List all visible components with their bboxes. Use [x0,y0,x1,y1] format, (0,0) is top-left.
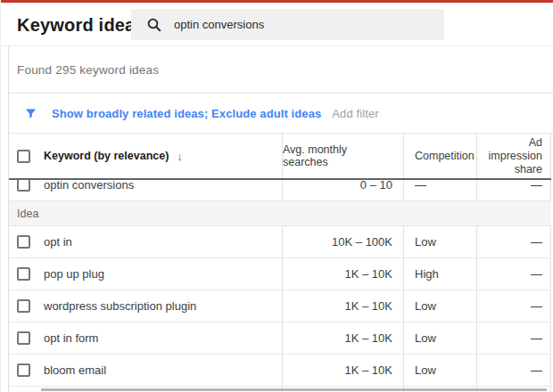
add-filter-button[interactable]: Add filter [332,107,378,120]
competition-cell: Low [404,323,477,354]
ad-share-cell: — [477,290,551,322]
results-count-text: Found 295 keyword ideas [17,63,159,77]
ad-share-cell: — [477,323,551,354]
column-header-keyword[interactable]: Keyword (by relevance) [44,150,169,162]
keyword-cell: wordpress subscription plugin [44,299,196,313]
row-checkbox[interactable] [17,363,30,377]
table-row: bloom email 1K – 10K Low — [8,355,551,387]
table-row: opt in 10K – 100K Low — [8,226,551,258]
table-header-row: Keyword (by relevance) ↓ Avg. monthly se… [8,134,551,180]
idea-section-label: Idea [17,208,38,220]
table-row: optin conversions 0 – 10 — — [8,180,551,200]
column-header-avg-monthly-searches[interactable]: Avg. monthly searches [283,134,404,178]
table-row-partial: optin conversions 0 – 10 — — [8,180,551,201]
keyword-cell: opt in [44,235,72,249]
keyword-cell: optin conversions [44,180,134,192]
keyword-search-input[interactable]: optin conversions [131,9,444,40]
column-header-competition[interactable]: Competition [404,134,477,178]
keyword-planner-panel: Keyword ideas optin conversions Found 29… [0,0,553,392]
avg-searches-cell: 1K – 10K [283,290,404,322]
row-checkbox[interactable] [17,180,30,192]
column-header-ad-impression-share[interactable]: Ad impression share [477,134,551,178]
search-input-value: optin conversions [174,18,264,31]
avg-searches-cell: 1K – 10K [283,355,404,386]
ad-share-cell: — [477,180,551,200]
filter-bar: Show broadly related ideas; Exclude adul… [8,94,553,134]
competition-cell: Low [404,290,477,322]
table-row: opt in form 1K – 10K Low — [8,323,551,355]
competition-cell: High [404,258,477,290]
table-row: wordpress subscription plugin 1K – 10K L… [8,290,551,323]
panel-header: Keyword ideas optin conversions [1,3,553,46]
table-row: pop up plug 1K – 10K High — [8,258,551,290]
search-icon [146,17,162,33]
keyword-cell: bloom email [44,363,106,377]
page-title: Keyword ideas [17,15,145,36]
keyword-cell: pop up plug [44,267,104,281]
results-count-bar: Found 295 keyword ideas [8,46,553,94]
competition-cell: Low [404,355,477,386]
select-all-checkbox[interactable] [17,150,30,163]
avg-searches-cell: 1K – 10K [283,323,404,354]
row-checkbox[interactable] [17,331,30,345]
avg-searches-cell: 1K – 10K [283,258,404,290]
avg-searches-cell: 0 – 10 [283,180,404,200]
header-keyword-cell: Keyword (by relevance) ↓ [8,134,283,178]
active-filters-link[interactable]: Show broadly related ideas; Exclude adul… [52,107,321,120]
horizontal-scrollbar[interactable] [41,388,547,391]
ad-share-cell: — [477,226,551,257]
row-checkbox[interactable] [17,267,30,281]
keyword-ideas-table: Keyword (by relevance) ↓ Avg. monthly se… [8,134,551,392]
competition-cell: Low [404,226,477,257]
filter-funnel-icon [24,107,37,120]
sort-down-icon[interactable]: ↓ [177,150,183,163]
pane-left-border [8,46,9,392]
ad-share-cell: — [477,355,551,386]
ad-share-cell: — [477,258,551,290]
row-checkbox[interactable] [17,299,30,313]
idea-section-header: Idea [8,201,551,226]
row-checkbox[interactable] [17,235,30,249]
competition-cell: — [404,180,477,200]
avg-searches-cell: 10K – 100K [283,226,404,257]
keyword-cell: opt in form [44,331,98,345]
